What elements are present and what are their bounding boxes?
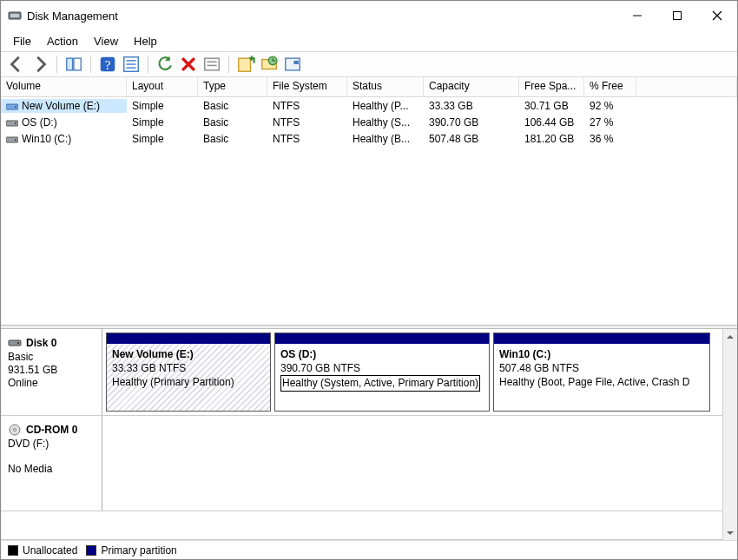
eject-icon[interactable]: [282, 54, 303, 75]
volume-row[interactable]: OS (D:)SimpleBasicNTFSHealthy (S...390.7…: [1, 114, 737, 130]
disk-kind: Basic: [8, 351, 95, 363]
drive-icon: [6, 135, 18, 143]
menu-action[interactable]: Action: [40, 32, 85, 50]
maximize-button[interactable]: [657, 3, 697, 29]
back-arrow-icon[interactable]: [6, 54, 27, 75]
svg-rect-1: [10, 14, 19, 17]
refresh-icon[interactable]: [155, 54, 175, 75]
svg-point-26: [15, 106, 16, 108]
column-header-empty[interactable]: [636, 77, 737, 96]
column-header-type[interactable]: Type: [198, 77, 267, 96]
svg-text:?: ?: [105, 58, 111, 72]
partition-body: OS (D:)390.70 GB NTFSHealthy (System, Ac…: [275, 344, 489, 411]
show-hide-console-icon[interactable]: [63, 54, 84, 75]
legend-unallocated: Unallocated: [8, 544, 77, 557]
close-button[interactable]: [697, 3, 737, 29]
volume-status: Healthy (S...: [347, 115, 424, 129]
disk-size: 931.51 GB: [8, 364, 95, 376]
volume-free: 106.44 GB: [519, 115, 584, 129]
delete-icon[interactable]: [178, 54, 199, 75]
volume-free: 181.20 GB: [519, 132, 584, 146]
menu-help[interactable]: Help: [127, 32, 164, 50]
volume-filesystem: NTFS: [267, 132, 347, 146]
volume-layout: Simple: [127, 115, 198, 129]
volume-row[interactable]: New Volume (E:)SimpleBasicNTFSHealthy (P…: [1, 97, 737, 114]
toolbar-separator: [148, 56, 148, 73]
disk-label-pane[interactable]: Disk 0Basic931.51 GBOnline: [1, 329, 102, 415]
legend-bar: Unallocated Primary partition: [1, 540, 737, 559]
scroll-down-icon[interactable]: [723, 525, 737, 540]
partition-status: Healthy (System, Active, Primary Partiti…: [280, 375, 480, 391]
volume-name: OS (D:): [22, 116, 57, 128]
volume-layout: Simple: [127, 132, 198, 146]
partition-name: OS (D:): [280, 347, 484, 361]
column-header-filesystem[interactable]: File System: [267, 77, 347, 96]
volume-list-header: Volume Layout Type File System Status Ca…: [1, 77, 737, 97]
column-header-volume[interactable]: Volume: [1, 77, 127, 96]
svg-point-30: [15, 139, 16, 141]
partition-box[interactable]: New Volume (E:)33.33 GB NTFSHealthy (Pri…: [106, 333, 271, 412]
disk-management-window: Disk Management File Action View Help ? …: [0, 0, 738, 560]
partition-header: [494, 333, 709, 344]
volume-filesystem: NTFS: [267, 115, 347, 129]
format-icon[interactable]: [201, 54, 222, 75]
titlebar: Disk Management: [1, 1, 737, 30]
partition-box[interactable]: OS (D:)390.70 GB NTFSHealthy (System, Ac…: [274, 333, 490, 412]
volume-status: Healthy (P...: [347, 99, 424, 113]
partition-box[interactable]: Win10 (C:)507.48 GB NTFSHealthy (Boot, P…: [493, 333, 710, 412]
svg-rect-6: [67, 58, 73, 70]
partition-name: New Volume (E:): [112, 347, 265, 361]
rescan-icon[interactable]: [259, 54, 280, 75]
menu-file[interactable]: File: [6, 32, 38, 50]
volume-rows: New Volume (E:)SimpleBasicNTFSHealthy (P…: [1, 97, 737, 325]
volume-percent: 92 %: [584, 99, 636, 113]
drive-icon: [6, 102, 18, 110]
column-header-capacity[interactable]: Capacity: [424, 77, 519, 96]
toolbar: ?: [1, 51, 737, 77]
volume-percent: 27 %: [584, 115, 636, 129]
swatch-primary: [86, 545, 96, 556]
help-icon[interactable]: ?: [97, 54, 118, 75]
partition-sub: 507.48 GB NTFS: [499, 361, 704, 375]
svg-point-28: [15, 122, 16, 124]
disk-label-pane[interactable]: CD-ROM 0DVD (F:)No Media: [1, 416, 102, 511]
legend-primary-label: Primary partition: [101, 544, 176, 557]
new-volume-icon[interactable]: [235, 54, 256, 75]
disk-state: Online: [8, 377, 95, 389]
volume-percent: 36 %: [584, 132, 636, 146]
volume-row[interactable]: Win10 (C:)SimpleBasicNTFSHealthy (B...50…: [1, 130, 737, 147]
svg-rect-3: [674, 12, 682, 20]
volume-capacity: 507.48 GB: [424, 132, 519, 146]
column-header-free[interactable]: Free Spa...: [519, 77, 584, 96]
scroll-up-icon[interactable]: [723, 329, 737, 344]
drive-icon: [6, 118, 18, 127]
svg-rect-7: [74, 58, 81, 70]
toolbar-separator: [56, 56, 57, 73]
volume-name-cell: Win10 (C:): [1, 132, 127, 146]
disk-row: Disk 0Basic931.51 GBOnlineNew Volume (E:…: [1, 329, 722, 416]
volume-capacity: 390.70 GB: [424, 115, 519, 129]
toolbar-separator: [228, 56, 229, 73]
properties-icon[interactable]: [121, 54, 142, 75]
column-header-status[interactable]: Status: [347, 77, 424, 96]
disk-graphical-pane: Disk 0Basic931.51 GBOnlineNew Volume (E:…: [1, 329, 737, 559]
column-header-layout[interactable]: Layout: [127, 77, 198, 96]
forward-arrow-icon[interactable]: [30, 54, 50, 75]
partition-sub: 33.33 GB NTFS: [112, 361, 265, 375]
column-header-percent[interactable]: % Free: [584, 77, 636, 96]
svg-rect-19: [239, 58, 251, 71]
volume-name-cell: OS (D:): [1, 115, 127, 129]
legend-unallocated-label: Unallocated: [23, 544, 77, 557]
vertical-scrollbar[interactable]: [722, 329, 737, 540]
svg-point-32: [17, 342, 19, 344]
legend-primary: Primary partition: [86, 544, 176, 557]
volume-type: Basic: [198, 115, 267, 129]
volume-free: 30.71 GB: [519, 99, 584, 113]
menu-view[interactable]: View: [87, 32, 125, 50]
volume-type: Basic: [198, 132, 267, 146]
scroll-track[interactable]: [723, 344, 737, 525]
volume-filesystem: NTFS: [267, 99, 347, 113]
svg-point-34: [14, 429, 16, 432]
volume-type: Basic: [198, 99, 267, 113]
minimize-button[interactable]: [617, 3, 657, 29]
